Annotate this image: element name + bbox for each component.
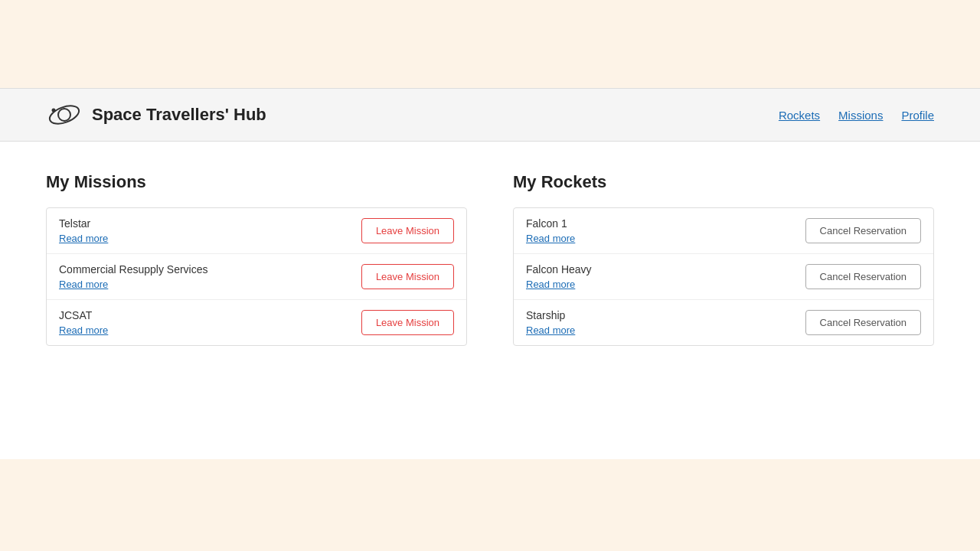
logo-area: Space Travellers' Hub xyxy=(46,96,266,133)
main-content: My Missions Telstar Read more Leave Miss… xyxy=(0,142,980,459)
mission-read-more-crs[interactable]: Read more xyxy=(59,279,208,290)
leave-mission-telstar-button[interactable]: Leave Mission xyxy=(361,218,454,243)
rocket-info-falcon1: Falcon 1 Read more xyxy=(526,217,575,244)
rocket-row-falcon1: Falcon 1 Read more Cancel Reservation xyxy=(514,208,933,254)
svg-point-0 xyxy=(58,109,70,121)
cancel-reservation-falcon1-button[interactable]: Cancel Reservation xyxy=(805,218,921,243)
planet-orbit-icon xyxy=(46,96,83,133)
missions-title: My Missions xyxy=(46,172,467,192)
rockets-section: My Rockets Falcon 1 Read more Cancel Res… xyxy=(513,172,934,429)
app-title: Space Travellers' Hub xyxy=(92,105,266,125)
rocket-read-more-falcon1[interactable]: Read more xyxy=(526,233,575,244)
leave-mission-crs-button[interactable]: Leave Mission xyxy=(361,264,454,289)
mission-row-telstar: Telstar Read more Leave Mission xyxy=(47,208,466,254)
rocket-name-falconheavy: Falcon Heavy xyxy=(526,263,592,276)
rockets-title: My Rockets xyxy=(513,172,934,192)
mission-name-jcsat: JCSAT xyxy=(59,309,108,321)
rocket-info-starship: Starship Read more xyxy=(526,309,575,336)
mission-info-telstar: Telstar Read more xyxy=(59,217,108,244)
navbar: Space Travellers' Hub Rockets Missions P… xyxy=(0,88,980,142)
rocket-read-more-starship[interactable]: Read more xyxy=(526,324,575,336)
mission-info-crs: Commercial Resupply Services Read more xyxy=(59,263,208,290)
cancel-reservation-starship-button[interactable]: Cancel Reservation xyxy=(805,310,921,335)
mission-row-jcsat: JCSAT Read more Leave Mission xyxy=(47,300,466,345)
missions-list: Telstar Read more Leave Mission Commerci… xyxy=(46,207,467,346)
cancel-reservation-falconheavy-button[interactable]: Cancel Reservation xyxy=(805,264,921,289)
leave-mission-jcsat-button[interactable]: Leave Mission xyxy=(361,310,454,335)
nav-missions[interactable]: Missions xyxy=(838,109,883,122)
mission-info-jcsat: JCSAT Read more xyxy=(59,309,108,336)
missions-section: My Missions Telstar Read more Leave Miss… xyxy=(46,172,467,429)
mission-name-telstar: Telstar xyxy=(59,217,108,230)
svg-point-2 xyxy=(52,109,56,112)
mission-read-more-jcsat[interactable]: Read more xyxy=(59,324,108,336)
rocket-row-starship: Starship Read more Cancel Reservation xyxy=(514,300,933,345)
rocket-name-falcon1: Falcon 1 xyxy=(526,217,575,230)
rocket-row-falconheavy: Falcon Heavy Read more Cancel Reservatio… xyxy=(514,254,933,300)
rockets-list: Falcon 1 Read more Cancel Reservation Fa… xyxy=(513,207,934,346)
mission-name-crs: Commercial Resupply Services xyxy=(59,263,208,276)
mission-row-crs: Commercial Resupply Services Read more L… xyxy=(47,254,466,300)
mission-read-more-telstar[interactable]: Read more xyxy=(59,233,108,244)
rocket-read-more-falconheavy[interactable]: Read more xyxy=(526,279,592,290)
rocket-info-falconheavy: Falcon Heavy Read more xyxy=(526,263,592,290)
svg-point-1 xyxy=(47,103,81,127)
nav-rockets[interactable]: Rockets xyxy=(779,109,820,122)
rocket-name-starship: Starship xyxy=(526,309,575,321)
nav-profile[interactable]: Profile xyxy=(901,109,934,122)
nav-links: Rockets Missions Profile xyxy=(779,109,934,122)
